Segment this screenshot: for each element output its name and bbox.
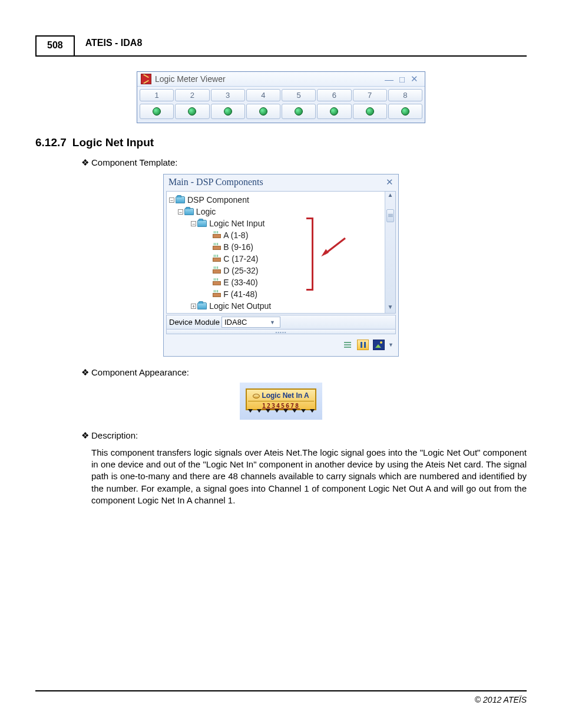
output-ports-row bbox=[246, 409, 316, 414]
component-tree[interactable]: −DSP Component −Logic −Logic Net Input A… bbox=[167, 192, 395, 314]
scroll-up-icon[interactable]: ▲ bbox=[385, 192, 395, 201]
tree-node[interactable]: Logic Net Input bbox=[209, 219, 265, 228]
svg-line-0 bbox=[325, 238, 345, 253]
channel-led[interactable] bbox=[175, 104, 209, 119]
bullet-description: ❖Description: bbox=[81, 430, 527, 441]
led-dot-icon bbox=[295, 107, 303, 116]
scrollbar[interactable]: ▲ ▼ bbox=[385, 192, 395, 313]
led-dot-icon bbox=[224, 107, 232, 116]
led-dot-icon bbox=[366, 107, 374, 116]
tree-leaf[interactable]: E (33-40) bbox=[223, 278, 257, 287]
led-dot-icon bbox=[153, 107, 161, 116]
chevron-down-icon: ▼ bbox=[270, 319, 275, 325]
minimize-icon[interactable]: — bbox=[382, 74, 396, 84]
bullet-appearance: ❖Component Appearance: bbox=[81, 367, 527, 378]
port-arrow-icon bbox=[266, 409, 270, 413]
chevron-down-icon[interactable]: ▼ bbox=[388, 342, 394, 348]
list-view-icon[interactable] bbox=[342, 340, 353, 350]
svg-marker-1 bbox=[321, 249, 329, 256]
maximize-icon[interactable]: □ bbox=[396, 74, 408, 84]
tree-node[interactable]: Logic Net Output bbox=[209, 301, 271, 311]
channel-led[interactable] bbox=[246, 104, 280, 119]
channel-led[interactable] bbox=[353, 104, 387, 119]
tree-leaf[interactable]: B (9-16) bbox=[223, 242, 253, 252]
component-icon bbox=[213, 232, 221, 238]
channel-header: 3 bbox=[211, 89, 245, 101]
channel-led[interactable] bbox=[140, 104, 174, 119]
channel-led[interactable] bbox=[211, 104, 245, 119]
port-arrow-icon bbox=[301, 409, 306, 413]
component-icon bbox=[213, 268, 221, 274]
channel-header: 2 bbox=[175, 89, 209, 101]
collapse-icon[interactable]: − bbox=[191, 221, 196, 226]
diamond-bullet-icon: ❖ bbox=[81, 157, 89, 167]
callout-arrow-icon bbox=[319, 236, 348, 259]
channel-header: 4 bbox=[246, 89, 280, 101]
led-dot-icon bbox=[330, 107, 338, 116]
device-module-select[interactable]: IDA8C ▼ bbox=[222, 317, 280, 328]
section-heading: 6.12.7Logic Net Input bbox=[35, 136, 527, 149]
callout-bracket bbox=[306, 218, 313, 291]
pause-icon[interactable] bbox=[357, 340, 369, 350]
tree-node[interactable]: DSP Component bbox=[187, 195, 249, 205]
page-number: 508 bbox=[35, 35, 75, 55]
window-title: Logic Meter Viewer bbox=[155, 74, 226, 84]
doc-title: ATEIS - IDA8 bbox=[75, 38, 143, 53]
collapse-icon[interactable]: − bbox=[178, 209, 183, 215]
tree-leaf[interactable]: A (1-8) bbox=[223, 230, 248, 240]
port-arrow-icon bbox=[275, 409, 279, 413]
expand-icon[interactable]: + bbox=[191, 304, 196, 309]
tree-leaf[interactable]: D (25-32) bbox=[223, 266, 258, 275]
channel-led[interactable] bbox=[282, 104, 316, 119]
led-dot-icon bbox=[401, 107, 409, 116]
description-text: This component transfers logic signals o… bbox=[91, 447, 527, 506]
logic-net-in-component[interactable]: Logic Net In A 12345678 bbox=[246, 388, 316, 410]
close-icon[interactable]: ✕ bbox=[386, 177, 394, 187]
channel-led[interactable] bbox=[388, 104, 422, 119]
diamond-bullet-icon: ❖ bbox=[81, 430, 89, 440]
component-appearance-figure: Logic Net In A 12345678 bbox=[240, 383, 322, 420]
channel-led[interactable] bbox=[317, 104, 351, 119]
component-icon bbox=[213, 244, 221, 250]
channel-header: 1 bbox=[140, 89, 174, 101]
app-icon bbox=[141, 74, 151, 84]
tree-node[interactable]: Logic bbox=[196, 207, 216, 216]
device-module-value: IDA8C bbox=[224, 318, 247, 327]
port-arrow-icon bbox=[283, 409, 288, 413]
logic-meter-viewer-window: Logic Meter Viewer — □ ✕ 1 2 3 4 5 6 7 8 bbox=[137, 71, 425, 123]
folder-icon bbox=[197, 220, 207, 227]
resize-grip[interactable]: ••••• bbox=[166, 330, 396, 334]
tree-leaf[interactable]: C (17-24) bbox=[223, 254, 258, 263]
channel-header: 5 bbox=[282, 89, 316, 101]
channel-header: 8 bbox=[388, 89, 422, 101]
panel-toolbar: ▼ bbox=[166, 337, 396, 354]
port-arrow-icon bbox=[248, 409, 253, 413]
page-header: 508 ATEIS - IDA8 bbox=[35, 35, 527, 57]
port-numbers: 12345678 bbox=[248, 401, 314, 409]
component-icon bbox=[213, 291, 221, 297]
tree-leaf[interactable]: F (41-48) bbox=[223, 289, 257, 299]
disk-icon bbox=[253, 394, 260, 398]
component-label: Logic Net In A bbox=[262, 391, 309, 400]
dsp-components-panel: Main - DSP Components ✕ −DSP Component −… bbox=[163, 174, 399, 357]
scroll-thumb[interactable] bbox=[386, 209, 394, 222]
folder-icon bbox=[176, 196, 185, 203]
led-dot-icon bbox=[259, 107, 267, 116]
scroll-down-icon[interactable]: ▼ bbox=[385, 304, 395, 313]
bullet-label: Component Appearance: bbox=[91, 367, 189, 377]
thumbnail-view-icon[interactable] bbox=[373, 340, 385, 350]
close-icon[interactable]: ✕ bbox=[408, 74, 421, 84]
bullet-label: Description: bbox=[91, 430, 138, 440]
diamond-bullet-icon: ❖ bbox=[81, 367, 89, 377]
port-arrow-icon bbox=[257, 409, 262, 413]
device-module-label: Device Module bbox=[169, 318, 220, 327]
collapse-icon[interactable]: − bbox=[169, 197, 174, 203]
bullet-label: Component Template: bbox=[91, 157, 177, 167]
folder-icon bbox=[184, 208, 194, 215]
folder-icon bbox=[197, 302, 207, 309]
page-footer: © 2012 ATEÏS bbox=[35, 690, 527, 704]
bullet-template: ❖Component Template: bbox=[81, 157, 527, 168]
panel-title: Main - DSP Components bbox=[168, 177, 263, 187]
channel-header: 7 bbox=[353, 89, 387, 101]
channel-header: 6 bbox=[317, 89, 351, 101]
